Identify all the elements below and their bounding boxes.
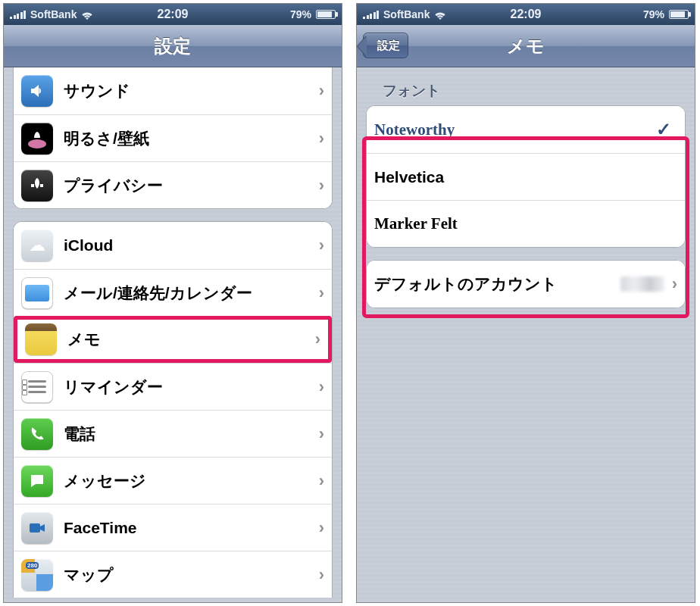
- row-label: メモ: [67, 329, 311, 350]
- chevron-right-icon: ›: [314, 565, 324, 585]
- font-group: Noteworthy ✓ Helvetica Marker Felt: [366, 105, 686, 248]
- chevron-right-icon: ›: [667, 274, 677, 294]
- font-option-markerfelt[interactable]: Marker Felt: [367, 200, 685, 247]
- settings-row-mail[interactable]: メール/連絡先/カレンダー ›: [14, 269, 332, 316]
- svg-rect-1: [30, 523, 40, 533]
- font-option-helvetica[interactable]: Helvetica: [367, 153, 685, 200]
- svg-point-0: [28, 139, 46, 148]
- row-label: 明るさ/壁紙: [64, 128, 314, 149]
- status-bar: SoftBank 22:09 79%: [357, 4, 695, 25]
- back-button[interactable]: 設定: [363, 33, 408, 58]
- font-label: Helvetica: [374, 168, 677, 186]
- font-option-noteworthy[interactable]: Noteworthy ✓: [367, 106, 685, 153]
- chevron-right-icon: ›: [314, 471, 324, 491]
- chevron-right-icon: ›: [314, 236, 324, 255]
- privacy-icon: [21, 170, 53, 201]
- settings-group-apps: ☁︎ iCloud › メール/連絡先/カレンダー › メモ › リマインダー …: [13, 221, 333, 598]
- row-label: デフォルトのアカウント: [374, 273, 620, 295]
- chevron-right-icon: ›: [314, 283, 324, 303]
- chevron-right-icon: ›: [311, 330, 320, 349]
- row-label: サウンド: [64, 80, 314, 102]
- settings-row-sound[interactable]: サウンド ›: [14, 67, 332, 114]
- font-section-header: フォント: [366, 67, 686, 105]
- settings-row-privacy[interactable]: プライバシー ›: [14, 161, 332, 208]
- settings-row-brightness[interactable]: 明るさ/壁紙 ›: [14, 114, 332, 161]
- row-label: iCloud: [64, 236, 314, 255]
- settings-row-notes[interactable]: メモ ›: [14, 316, 332, 363]
- checkmark-icon: ✓: [656, 119, 677, 140]
- reminders-icon: [21, 371, 53, 403]
- settings-row-messages[interactable]: メッセージ ›: [14, 457, 332, 504]
- maps-icon: [21, 559, 53, 591]
- page-title: メモ: [507, 34, 545, 58]
- settings-row-reminders[interactable]: リマインダー ›: [14, 363, 332, 410]
- facetime-icon: [21, 512, 53, 544]
- phone-icon: [21, 418, 53, 450]
- settings-row-maps[interactable]: マップ ›: [14, 551, 332, 598]
- brightness-icon: [21, 123, 53, 155]
- chevron-right-icon: ›: [314, 377, 324, 397]
- chevron-right-icon: ›: [314, 424, 324, 444]
- status-bar: SoftBank 22:09 79%: [4, 4, 342, 25]
- notes-settings-screen: SoftBank 22:09 79% 設定 メモ フォント Noteworthy…: [356, 3, 695, 603]
- status-time: 22:09: [357, 8, 695, 21]
- row-label: リマインダー: [64, 376, 314, 398]
- nav-bar: 設定: [4, 25, 342, 67]
- back-label: 設定: [377, 39, 400, 53]
- default-account-group: デフォルトのアカウント ›: [366, 260, 686, 308]
- settings-row-phone[interactable]: 電話 ›: [14, 410, 332, 457]
- page-title: 設定: [155, 34, 191, 58]
- chevron-right-icon: ›: [314, 176, 324, 195]
- row-label: メッセージ: [64, 470, 314, 492]
- chevron-right-icon: ›: [314, 518, 324, 538]
- row-label: プライバシー: [64, 175, 314, 196]
- nav-bar: 設定 メモ: [357, 25, 695, 67]
- status-time: 22:09: [4, 8, 342, 21]
- settings-row-icloud[interactable]: ☁︎ iCloud ›: [14, 222, 332, 269]
- row-label: マップ: [64, 564, 314, 586]
- settings-row-facetime[interactable]: FaceTime ›: [14, 504, 332, 551]
- notes-icon: [25, 323, 57, 355]
- battery-icon: [316, 10, 336, 19]
- redacted-value: [620, 276, 664, 292]
- row-label: FaceTime: [64, 519, 314, 537]
- messages-icon: [21, 465, 53, 497]
- mail-icon: [21, 277, 53, 309]
- settings-screen: SoftBank 22:09 79% 設定 サウンド ›: [3, 3, 342, 603]
- sound-icon: [21, 75, 53, 107]
- row-label: メール/連絡先/カレンダー: [64, 283, 314, 304]
- font-label: Noteworthy: [374, 120, 656, 139]
- chevron-right-icon: ›: [314, 129, 324, 148]
- font-label: Marker Felt: [374, 214, 677, 233]
- icloud-icon: ☁︎: [21, 230, 53, 261]
- settings-group-general: サウンド › 明るさ/壁紙 › プライバシー ›: [13, 67, 333, 209]
- chevron-right-icon: ›: [314, 81, 324, 101]
- default-account-row[interactable]: デフォルトのアカウント ›: [367, 261, 685, 308]
- battery-icon: [669, 10, 689, 19]
- row-label: 電話: [64, 423, 314, 445]
